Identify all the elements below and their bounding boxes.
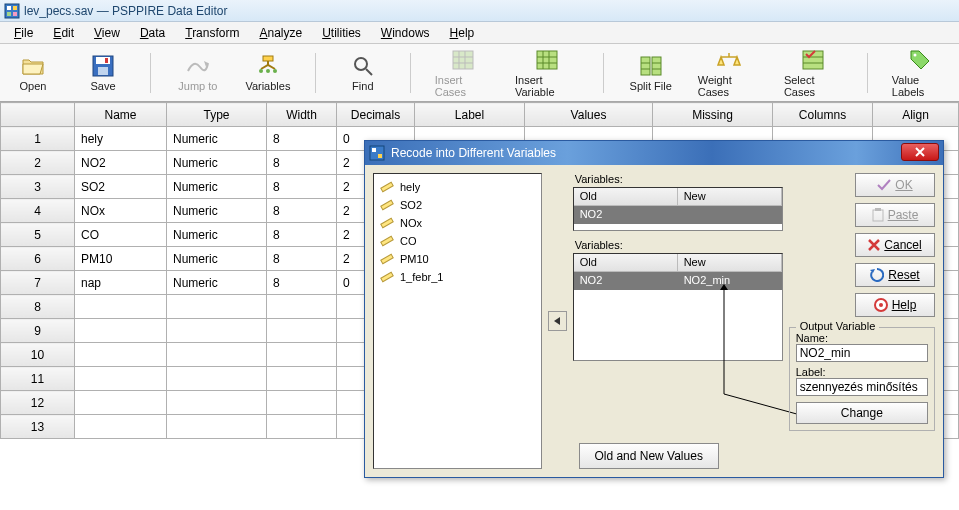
- tb-variables[interactable]: Variables: [245, 54, 291, 92]
- row-header[interactable]: 9: [1, 319, 75, 343]
- old-new-values-button[interactable]: Old and New Values: [579, 443, 719, 469]
- cell[interactable]: 8: [267, 271, 337, 295]
- reset-button[interactable]: Reset: [855, 263, 935, 287]
- cell[interactable]: [267, 295, 337, 319]
- cell[interactable]: 8: [267, 175, 337, 199]
- tb-weightcases[interactable]: Weight Cases: [698, 48, 760, 98]
- row-header[interactable]: 4: [1, 199, 75, 223]
- cell[interactable]: [167, 343, 267, 367]
- source-var-item[interactable]: SO2: [378, 196, 537, 214]
- tb-find[interactable]: Find: [340, 54, 386, 92]
- output-name-input[interactable]: [796, 344, 928, 362]
- source-var-item[interactable]: hely: [378, 178, 537, 196]
- cell[interactable]: [75, 319, 167, 343]
- dialog-titlebar[interactable]: Recode into Different Variables: [365, 141, 943, 165]
- menu-windows[interactable]: Windows: [373, 24, 438, 42]
- cell[interactable]: [167, 415, 267, 439]
- menu-edit[interactable]: Edit: [45, 24, 82, 42]
- tb-insertvariable[interactable]: Insert Variable: [515, 48, 579, 98]
- cell[interactable]: Numeric: [167, 175, 267, 199]
- row-header[interactable]: 8: [1, 295, 75, 319]
- cell[interactable]: 8: [267, 223, 337, 247]
- change-button[interactable]: Change: [796, 402, 928, 424]
- source-var-item[interactable]: PM10: [378, 250, 537, 268]
- cell[interactable]: hely: [75, 127, 167, 151]
- cell[interactable]: 8: [267, 127, 337, 151]
- cell[interactable]: PM10: [75, 247, 167, 271]
- close-button[interactable]: [901, 143, 939, 161]
- source-var-item[interactable]: NOx: [378, 214, 537, 232]
- source-var-item[interactable]: 1_febr_1: [378, 268, 537, 286]
- paste-button[interactable]: Paste: [855, 203, 935, 227]
- help-button[interactable]: Help: [855, 293, 935, 317]
- menu-transform[interactable]: Transform: [177, 24, 247, 42]
- cell[interactable]: Numeric: [167, 247, 267, 271]
- cell[interactable]: [267, 343, 337, 367]
- tb-open[interactable]: Open: [10, 54, 56, 92]
- cell[interactable]: 8: [267, 247, 337, 271]
- col-missing[interactable]: Missing: [653, 103, 773, 127]
- cell[interactable]: [75, 391, 167, 415]
- cell[interactable]: [267, 415, 337, 439]
- cell[interactable]: [267, 319, 337, 343]
- row-header[interactable]: 13: [1, 415, 75, 439]
- col-name[interactable]: Name: [75, 103, 167, 127]
- vars1-row[interactable]: NO2: [574, 206, 782, 224]
- cell[interactable]: 8: [267, 199, 337, 223]
- tb-selectcases[interactable]: Select Cases: [784, 48, 843, 98]
- vars1-table[interactable]: Old New NO2: [573, 187, 783, 231]
- cell[interactable]: CO: [75, 223, 167, 247]
- cell[interactable]: [167, 391, 267, 415]
- cell[interactable]: [267, 391, 337, 415]
- cell[interactable]: Numeric: [167, 199, 267, 223]
- cell[interactable]: [167, 295, 267, 319]
- cell[interactable]: [75, 367, 167, 391]
- menu-help[interactable]: Help: [442, 24, 483, 42]
- source-var-list[interactable]: helySO2NOxCOPM101_febr_1: [373, 173, 542, 469]
- menu-data[interactable]: Data: [132, 24, 173, 42]
- col-type[interactable]: Type: [167, 103, 267, 127]
- source-var-item[interactable]: CO: [378, 232, 537, 250]
- tb-save[interactable]: Save: [80, 54, 126, 92]
- row-header[interactable]: 11: [1, 367, 75, 391]
- cell[interactable]: Numeric: [167, 127, 267, 151]
- vars2-row[interactable]: NO2 NO2_min: [574, 272, 782, 290]
- row-header[interactable]: 1: [1, 127, 75, 151]
- cell[interactable]: [267, 367, 337, 391]
- row-header[interactable]: 12: [1, 391, 75, 415]
- vars2-table[interactable]: Old New NO2 NO2_min: [573, 253, 783, 361]
- cell[interactable]: [167, 367, 267, 391]
- row-header[interactable]: 3: [1, 175, 75, 199]
- menu-utilities[interactable]: Utilities: [314, 24, 369, 42]
- cell[interactable]: Numeric: [167, 223, 267, 247]
- cell[interactable]: [75, 415, 167, 439]
- move-right-button[interactable]: [548, 311, 566, 331]
- menu-view[interactable]: View: [86, 24, 128, 42]
- tb-valuelabels[interactable]: Value Labels: [892, 48, 949, 98]
- col-columns[interactable]: Columns: [773, 103, 873, 127]
- col-width[interactable]: Width: [267, 103, 337, 127]
- row-header[interactable]: 7: [1, 271, 75, 295]
- row-header[interactable]: 2: [1, 151, 75, 175]
- col-label[interactable]: Label: [415, 103, 525, 127]
- menu-analyze[interactable]: Analyze: [251, 24, 310, 42]
- row-header[interactable]: 6: [1, 247, 75, 271]
- tb-splitfile[interactable]: Split File: [628, 54, 674, 92]
- cell[interactable]: 8: [267, 151, 337, 175]
- ok-button[interactable]: OK: [855, 173, 935, 197]
- col-align[interactable]: Align: [873, 103, 959, 127]
- cell[interactable]: SO2: [75, 175, 167, 199]
- output-label-input[interactable]: [796, 378, 928, 396]
- cell[interactable]: [75, 343, 167, 367]
- cell[interactable]: NOx: [75, 199, 167, 223]
- cancel-button[interactable]: Cancel: [855, 233, 935, 257]
- cell[interactable]: Numeric: [167, 151, 267, 175]
- cell[interactable]: NO2: [75, 151, 167, 175]
- cell[interactable]: Numeric: [167, 271, 267, 295]
- cell[interactable]: [167, 319, 267, 343]
- row-header[interactable]: 5: [1, 223, 75, 247]
- row-header[interactable]: 10: [1, 343, 75, 367]
- cell[interactable]: [75, 295, 167, 319]
- cell[interactable]: nap: [75, 271, 167, 295]
- col-decimals[interactable]: Decimals: [337, 103, 415, 127]
